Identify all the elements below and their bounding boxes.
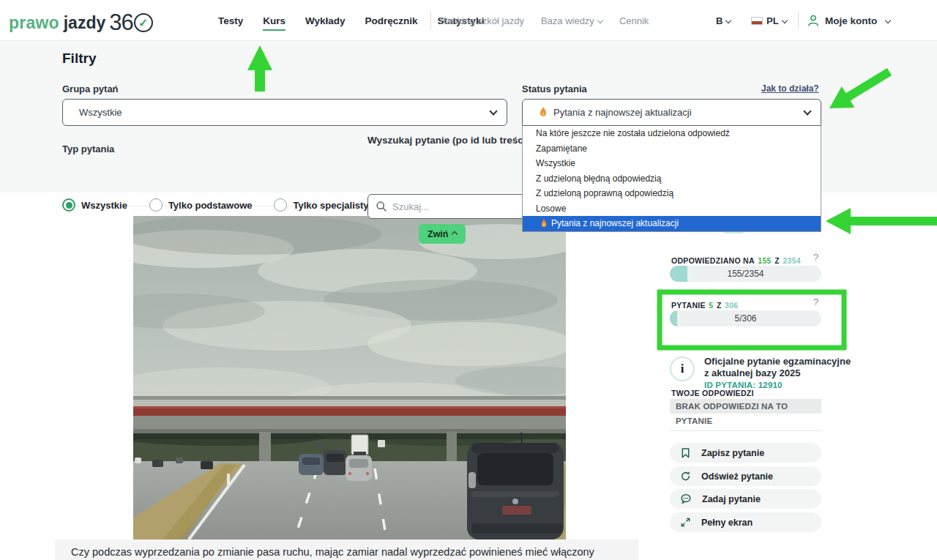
annotation-arrow-left-option: [826, 208, 937, 234]
your-answers-label: TWOJE ODPOWIEDZI: [671, 389, 754, 397]
question-progress-label: PYTANIE 5 Z 306: [671, 298, 818, 311]
nav-item-kurs[interactable]: Kurs: [263, 11, 285, 31]
sidebar-divider: [670, 430, 821, 431]
poland-flag-icon: [751, 17, 763, 25]
radio-unselected-icon: [274, 198, 287, 212]
question-progress-bar: 5/306: [670, 310, 821, 326]
radio-selected-icon: [62, 198, 75, 212]
chevron-down-icon: [781, 18, 787, 23]
how-it-works-link[interactable]: Jak to działa?: [761, 83, 819, 94]
category-selector[interactable]: B: [716, 0, 731, 41]
chevron-up-icon: [452, 231, 458, 236]
filters-title: Filtry: [62, 51, 96, 67]
status-option[interactable]: Wszystkie: [523, 156, 821, 171]
page: prawo jazdy 36 ✓ Testy Kurs Wykłady Podr…: [0, 0, 937, 560]
header: prawo jazdy 36 ✓ Testy Kurs Wykłady Podr…: [0, 0, 937, 41]
save-question-button[interactable]: Zapisz pytanie: [670, 443, 821, 463]
help-icon[interactable]: ?: [813, 252, 818, 263]
group-label: Grupa pytań: [62, 83, 119, 94]
status-option[interactable]: Na które jeszcze nie została udzielona o…: [523, 126, 821, 141]
status-label: Status pytania: [522, 83, 587, 94]
question-text-bar: Czy podczas wyprzedzania po zmianie pasa…: [55, 540, 638, 560]
logo-word-jazdy: jazdy: [64, 13, 106, 33]
refresh-question-button[interactable]: Odśwież pytanie: [670, 466, 821, 486]
type-label: Typ pytania: [62, 143, 114, 154]
nav-item-testy[interactable]: Testy: [218, 11, 243, 31]
nav-item-cennik[interactable]: Cennik: [619, 15, 649, 26]
status-option[interactable]: Z udzieloną poprawną odpowiedzią: [523, 186, 821, 201]
flame-icon: [540, 219, 548, 228]
logo-360: 36: [109, 10, 132, 36]
progress-fill: [670, 266, 687, 282]
account-menu[interactable]: Moje konto: [807, 0, 890, 41]
radio-unselected-icon: [149, 198, 163, 212]
question-image: [133, 216, 566, 540]
official-question-note: Oficjalne pytanie egzaminacyjne z aktual…: [704, 356, 851, 379]
info-icon: i: [670, 356, 695, 381]
logo-check-icon: ✓: [134, 13, 153, 32]
nav-item-wyklady[interactable]: Wykłady: [305, 11, 346, 31]
fullscreen-button[interactable]: Pełny ekran: [670, 512, 821, 532]
help-icon[interactable]: ?: [813, 296, 818, 307]
chevron-down-icon: [725, 18, 731, 23]
user-icon: [807, 14, 820, 27]
radio-wszystkie[interactable]: Wszystkie: [62, 198, 127, 212]
nav-secondary: Ranking szkół jazdy Baza wiedzy Cennik: [440, 0, 649, 41]
header-divider: [430, 12, 431, 29]
radio-tylko-podstawowe[interactable]: Tylko podstawowe: [149, 198, 253, 212]
status-dropdown-list: Na które jeszcze nie została udzielona o…: [522, 126, 821, 232]
status-option[interactable]: Z udzieloną błędną odpowiedzią: [523, 171, 821, 187]
ask-question-button[interactable]: Zadaj pytanie: [670, 489, 821, 509]
search-icon: [376, 201, 387, 212]
nav-item-ranking[interactable]: Ranking szkół jazdy: [440, 15, 524, 26]
search-label: Wyszukaj pytanie (po id lub treści): [367, 135, 529, 146]
answered-progress-bar: 155/2354: [670, 266, 821, 282]
nav-item-podrecznik[interactable]: Podręcznik: [365, 11, 418, 31]
refresh-icon: [680, 471, 691, 482]
chevron-down-icon: [597, 17, 603, 23]
header-divider: [798, 12, 799, 29]
chevron-down-icon: [489, 107, 497, 115]
flame-icon: [539, 107, 548, 118]
progress-fill: [670, 310, 677, 326]
highway-photo-illustration: [133, 216, 566, 540]
status-option[interactable]: Losowe: [523, 201, 821, 217]
status-option[interactable]: Zapamiętane: [523, 141, 821, 157]
language-selector[interactable]: PL: [751, 0, 787, 41]
logo-word-prawo: prawo: [9, 13, 59, 33]
nav-item-baza-wiedzy[interactable]: Baza wiedzy: [541, 15, 602, 26]
chat-icon: [680, 493, 692, 504]
logo[interactable]: prawo jazdy 36 ✓: [9, 10, 153, 36]
chevron-down-icon: [803, 107, 811, 115]
status-option-selected[interactable]: Pytania z najnowszej aktualizacji: [523, 216, 821, 231]
group-select[interactable]: Wszystkie: [62, 99, 507, 126]
no-answer-box: BRAK ODPOWIEDZI NA TO PYTANIE: [670, 399, 821, 414]
status-select[interactable]: Pytania z najnowszej aktualizacji: [522, 99, 821, 126]
expand-icon: [680, 517, 691, 528]
chevron-down-icon: [885, 18, 891, 23]
bookmark-icon: [680, 447, 691, 458]
question-text: Czy podczas wyprzedzania po zmianie pasa…: [71, 546, 594, 558]
type-radio-group: Wszystkie Tylko podstawowe Tylko specjal…: [62, 198, 389, 212]
collapse-filters-button[interactable]: Zwiń: [419, 224, 466, 244]
